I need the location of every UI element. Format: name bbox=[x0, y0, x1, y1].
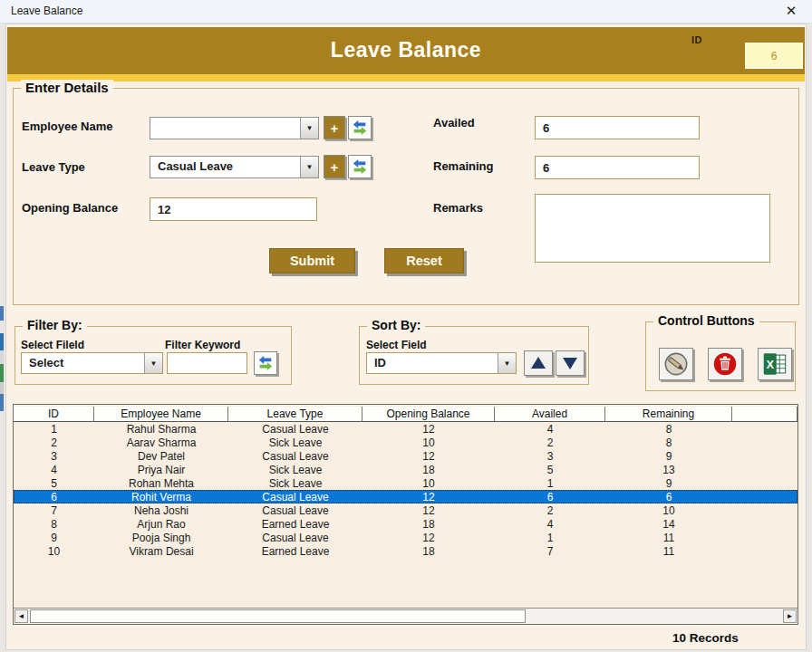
table-cell: Priya Nair bbox=[94, 463, 228, 476]
refresh-leave-type-button[interactable] bbox=[348, 155, 372, 178]
remaining-label: Remaining bbox=[433, 159, 493, 173]
table-cell: Pooja Singh bbox=[94, 531, 228, 544]
horizontal-scrollbar[interactable]: ◄ ► bbox=[14, 608, 798, 624]
scrollbar-thumb[interactable] bbox=[30, 609, 526, 623]
control-buttons-legend: Control Buttons bbox=[653, 313, 759, 328]
table-cell bbox=[732, 476, 798, 490]
table-cell: Rahul Sharma bbox=[94, 422, 228, 436]
add-leave-type-button[interactable]: + bbox=[324, 155, 345, 178]
table-row[interactable]: 3Dev PatelCasual Leave1239 bbox=[14, 449, 798, 463]
record-count: 10 Records bbox=[672, 631, 739, 645]
table-row[interactable]: 10Vikram DesaiEarned Leave18711 bbox=[14, 544, 798, 558]
filter-by-legend: Filter By: bbox=[23, 318, 87, 332]
reset-button[interactable]: Reset bbox=[384, 248, 464, 273]
trash-icon bbox=[712, 351, 738, 377]
chevron-down-icon[interactable]: ▼ bbox=[300, 118, 318, 139]
table-header-cell: ID bbox=[14, 407, 94, 421]
chevron-down-icon[interactable]: ▼ bbox=[144, 353, 162, 373]
table-cell: 1 bbox=[14, 422, 94, 436]
add-employee-button[interactable]: + bbox=[324, 116, 345, 139]
table-cell: 9 bbox=[14, 531, 94, 544]
leave-balance-window: Leave Balance ✕ Leave Balance ID 6 Enter… bbox=[0, 0, 812, 652]
leave-records-listbox[interactable]: IDEmployee NameLeave TypeOpening Balance… bbox=[13, 404, 798, 625]
submit-button[interactable]: Submit bbox=[269, 248, 355, 273]
table-cell: 8 bbox=[605, 436, 732, 449]
scroll-left-icon[interactable]: ◄ bbox=[14, 609, 28, 623]
enter-details-legend: Enter Details bbox=[21, 80, 113, 95]
close-icon[interactable]: ✕ bbox=[781, 2, 801, 20]
table-cell: Neha Joshi bbox=[94, 503, 228, 517]
table-header-cell: Opening Balance bbox=[362, 407, 495, 421]
remaining-field[interactable] bbox=[535, 156, 700, 179]
table-cell: Arjun Rao bbox=[94, 517, 228, 531]
table-cell: 6 bbox=[14, 490, 94, 503]
table-cell: 18 bbox=[362, 544, 495, 558]
table-cell: 10 bbox=[14, 544, 94, 558]
svg-text:X: X bbox=[766, 358, 774, 371]
sync-icon bbox=[352, 158, 368, 175]
table-cell: 4 bbox=[495, 517, 605, 531]
scroll-right-icon[interactable]: ► bbox=[783, 609, 797, 623]
page-title: Leave Balance bbox=[7, 38, 805, 62]
table-cell: 3 bbox=[495, 449, 605, 463]
table-cell: 2 bbox=[495, 503, 605, 517]
employee-name-combobox[interactable]: ▼ bbox=[150, 117, 319, 139]
edit-record-button[interactable] bbox=[659, 348, 693, 380]
delete-record-button[interactable] bbox=[708, 348, 742, 380]
leave-type-value: Casual Leave bbox=[150, 157, 300, 177]
table-cell: Casual Leave bbox=[228, 531, 362, 544]
table-cell: Sick Leave bbox=[228, 463, 362, 476]
table-cell: 5 bbox=[495, 463, 605, 476]
table-cell: 11 bbox=[605, 544, 732, 558]
remarks-label: Remarks bbox=[433, 201, 483, 215]
sort-ascending-button[interactable] bbox=[524, 350, 553, 376]
triangle-down-icon bbox=[562, 356, 578, 370]
table-row[interactable]: 6Rohit VermaCasual Leave1266 bbox=[14, 490, 798, 503]
availed-field[interactable] bbox=[535, 116, 700, 139]
opening-balance-field[interactable] bbox=[150, 197, 317, 221]
leave-type-combobox[interactable]: Casual Leave ▼ bbox=[150, 156, 319, 178]
remarks-field[interactable] bbox=[535, 194, 770, 263]
table-cell bbox=[732, 436, 798, 449]
table-row[interactable]: 9Pooja SinghCasual Leave12111 bbox=[14, 531, 798, 544]
table-header-cell: Employee Name bbox=[94, 407, 228, 421]
id-field[interactable]: 6 bbox=[745, 43, 803, 69]
header-banner: Leave Balance bbox=[7, 27, 805, 74]
filter-field-combobox[interactable]: Select ▼ bbox=[21, 352, 163, 374]
table-row[interactable]: 8Arjun RaoEarned Leave18414 bbox=[14, 517, 798, 531]
refresh-employee-button[interactable] bbox=[348, 116, 372, 139]
export-excel-button[interactable]: X bbox=[758, 348, 792, 380]
table-cell: 12 bbox=[362, 503, 495, 517]
availed-label: Availed bbox=[433, 116, 475, 129]
table-row[interactable]: 4Priya NairSick Leave18513 bbox=[14, 463, 798, 476]
triangle-up-icon bbox=[530, 356, 546, 370]
table-cell: 7 bbox=[14, 503, 94, 517]
table-cell: Aarav Sharma bbox=[94, 436, 228, 449]
banner-accent-strip bbox=[7, 74, 805, 82]
table-body: 1Rahul SharmaCasual Leave12482Aarav Shar… bbox=[14, 422, 798, 558]
table-row[interactable]: 7Neha JoshiCasual Leave12210 bbox=[14, 503, 798, 517]
title-bar: Leave Balance ✕ bbox=[0, 0, 812, 24]
table-cell: 11 bbox=[605, 531, 732, 544]
table-row[interactable]: 1Rahul SharmaCasual Leave1248 bbox=[14, 422, 798, 436]
table-row[interactable]: 5Rohan MehtaSick Leave1019 bbox=[14, 476, 798, 490]
chevron-down-icon[interactable]: ▼ bbox=[300, 157, 318, 177]
table-cell: Sick Leave bbox=[228, 476, 362, 490]
sort-field-combobox[interactable]: ID ▼ bbox=[366, 352, 517, 374]
table-cell bbox=[732, 422, 798, 436]
table-cell: 12 bbox=[362, 422, 495, 436]
table-header-cell bbox=[732, 407, 798, 421]
table-cell: 5 bbox=[14, 476, 94, 490]
apply-filter-button[interactable] bbox=[254, 351, 277, 375]
table-cell: 2 bbox=[14, 436, 94, 449]
table-cell: Vikram Desai bbox=[94, 544, 228, 558]
excel-icon: X bbox=[762, 351, 788, 377]
filter-keyword-field[interactable] bbox=[167, 352, 247, 374]
employee-name-value bbox=[150, 118, 300, 139]
chevron-down-icon[interactable]: ▼ bbox=[498, 353, 516, 373]
table-row[interactable]: 2Aarav SharmaSick Leave1028 bbox=[14, 436, 798, 449]
table-cell: 7 bbox=[495, 544, 605, 558]
table-cell: 12 bbox=[362, 490, 495, 503]
table-cell: Rohit Verma bbox=[94, 490, 228, 503]
sort-descending-button[interactable] bbox=[556, 350, 585, 376]
